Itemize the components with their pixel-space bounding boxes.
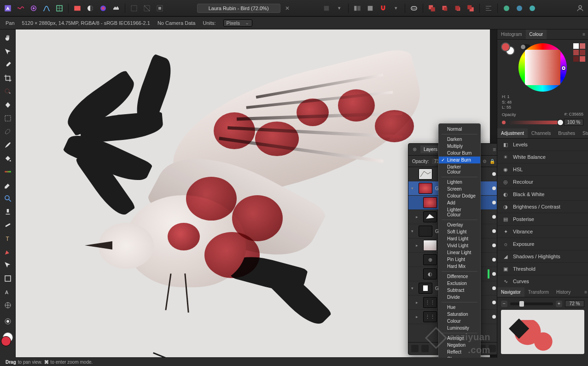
blend-mode-item[interactable]: Normal (439, 126, 480, 133)
assistant-icon[interactable] (410, 4, 418, 12)
blend-mode-item[interactable]: Difference (439, 273, 480, 280)
recent-swatches[interactable] (573, 43, 585, 62)
zoom-slider[interactable] (510, 302, 553, 305)
shape-tool-icon[interactable] (3, 273, 13, 284)
adjustment-item[interactable]: ◢Shadows / Highlights (497, 250, 588, 263)
photo-icon[interactable] (73, 4, 82, 12)
arrange-centre-icon[interactable] (366, 4, 374, 12)
adjustment-item[interactable]: ▤Posterise (497, 213, 588, 226)
blend-mode-item[interactable]: Divide (439, 294, 480, 301)
colour-wheel[interactable] (518, 43, 567, 92)
tab-histogram[interactable]: Histogram (497, 29, 526, 39)
adjustment-layer-icon[interactable] (421, 345, 429, 352)
zoom-tool-icon[interactable] (3, 193, 13, 203)
dropdown-icon[interactable]: ▾ (335, 4, 343, 12)
blend-mode-item[interactable]: Hue (439, 304, 480, 311)
select-all-icon[interactable] (130, 4, 138, 12)
blend-mode-item[interactable]: Darker Colour (439, 163, 480, 175)
zoom-percent-input[interactable]: 72 % (565, 300, 584, 307)
adjustment-item[interactable]: ▣Threshold (497, 263, 588, 275)
panel-menu-icon[interactable]: ≡ (493, 146, 496, 153)
document-close-icon[interactable]: ✕ (285, 5, 290, 12)
units-select[interactable]: Pixels (223, 19, 252, 27)
mask-half-icon[interactable] (86, 4, 94, 12)
navigator-thumbnail[interactable] (501, 310, 584, 354)
blend-mode-item[interactable]: Exclusion (439, 280, 480, 287)
stamp-tool-icon[interactable] (3, 207, 13, 217)
account-icon[interactable] (576, 4, 584, 12)
artistic-text-tool-icon[interactable]: A (3, 287, 13, 297)
foreground-colour-swatch[interactable] (1, 336, 11, 346)
move-tool-icon[interactable] (3, 46, 13, 57)
blend-mode-item[interactable]: Colour (439, 318, 480, 325)
layer-front-icon[interactable] (466, 4, 475, 12)
persona-tone-icon[interactable] (42, 4, 51, 12)
deselect-icon[interactable] (143, 4, 151, 12)
adjustment-item[interactable]: ◉HSL (497, 163, 588, 176)
healing-tool-icon[interactable] (3, 220, 13, 230)
blend-mode-item[interactable]: Hard Mix (439, 263, 480, 270)
colour-picker-tool-icon[interactable] (3, 60, 13, 70)
opacity-percent-input[interactable]: 100 % (564, 119, 583, 126)
blend-mode-item[interactable]: Vivid Light (439, 242, 480, 249)
adjustment-item[interactable]: ☼Exposure (497, 238, 588, 250)
blend-mode-item[interactable]: Linear Burn (439, 157, 480, 163)
tab-colour[interactable]: Colour (526, 29, 547, 39)
erase-tool-icon[interactable] (3, 180, 13, 190)
persona-liquify-icon[interactable] (17, 4, 25, 12)
add-adjustment-icon[interactable] (515, 4, 524, 12)
hand-tool-icon[interactable] (3, 33, 13, 43)
view-tool-icon[interactable] (3, 316, 13, 326)
blend-mode-item[interactable]: Hard Light (439, 235, 480, 242)
fill-tool-icon[interactable] (3, 153, 13, 163)
mask-layer-icon[interactable] (411, 345, 419, 352)
arrange-left-icon[interactable] (353, 4, 361, 12)
crop-tool-icon[interactable] (3, 73, 13, 83)
marquee-tool-icon[interactable] (3, 113, 13, 123)
flood-select-tool-icon[interactable] (3, 100, 13, 110)
adjustment-item[interactable]: ☀White Balance (497, 151, 588, 163)
panel-menu-icon[interactable]: ≡ (582, 287, 588, 297)
adjustment-item[interactable]: ◐Black & White (497, 188, 588, 201)
layer-backward-icon[interactable] (441, 4, 449, 12)
gradient-tool-icon[interactable] (3, 167, 13, 177)
blend-mode-item[interactable]: Colour Burn (439, 150, 480, 157)
node-tool-icon[interactable] (3, 260, 13, 270)
adjustment-item[interactable]: ◧Levels (497, 139, 588, 151)
adjustment-item[interactable]: ✦Vibrance (497, 226, 588, 238)
invert-selection-icon[interactable] (156, 4, 164, 12)
layer-back-icon[interactable] (428, 4, 436, 12)
add-mask-icon[interactable] (502, 4, 511, 12)
primary-colour-swatch[interactable] (501, 42, 510, 52)
adjustment-item[interactable]: ◑Brightness / Contrast (497, 201, 588, 213)
tab-channels[interactable]: Channels (528, 128, 554, 138)
opacity-slider[interactable] (508, 121, 561, 124)
zoom-out-button[interactable]: − (501, 301, 507, 307)
blend-mode-item[interactable]: Darken (439, 136, 480, 143)
add-live-icon[interactable] (528, 4, 536, 12)
align-icon[interactable] (484, 4, 493, 12)
tab-layers[interactable]: Layers (420, 145, 441, 153)
tab-brushes[interactable]: Brushes (554, 128, 579, 138)
auto-levels-icon[interactable] (112, 4, 120, 12)
blend-mode-item[interactable]: Overlay (439, 221, 480, 228)
mesh-tool-icon[interactable] (3, 300, 13, 310)
persona-export-icon[interactable] (55, 4, 64, 12)
tab-stock[interactable]: Stock (579, 128, 588, 138)
adjustment-item[interactable]: ∿Curves (497, 275, 588, 287)
selection-brush-tool-icon[interactable] (3, 87, 13, 97)
lock-icon[interactable]: 🔒 (489, 159, 495, 164)
blend-mode-item[interactable]: Saturation (439, 311, 480, 318)
colour-wheel-icon[interactable] (99, 4, 107, 12)
panel-close-icon[interactable]: ⊗ (411, 146, 418, 153)
blend-mode-item[interactable]: Subtract (439, 287, 480, 294)
panel-menu-icon[interactable]: ≡ (580, 29, 588, 39)
tab-navigator[interactable]: Navigator (497, 287, 524, 297)
freehand-select-tool-icon[interactable] (3, 127, 13, 137)
zoom-in-button[interactable]: + (556, 301, 562, 307)
adjustment-item[interactable]: ◎Recolour (497, 176, 588, 188)
blend-mode-item[interactable]: Soft Light (439, 228, 480, 235)
blend-mode-item[interactable]: Linear Light (439, 249, 480, 256)
document-title[interactable]: Laura Rubin - Bird (72.0%) (197, 4, 280, 13)
persona-develop-icon[interactable] (29, 4, 38, 12)
